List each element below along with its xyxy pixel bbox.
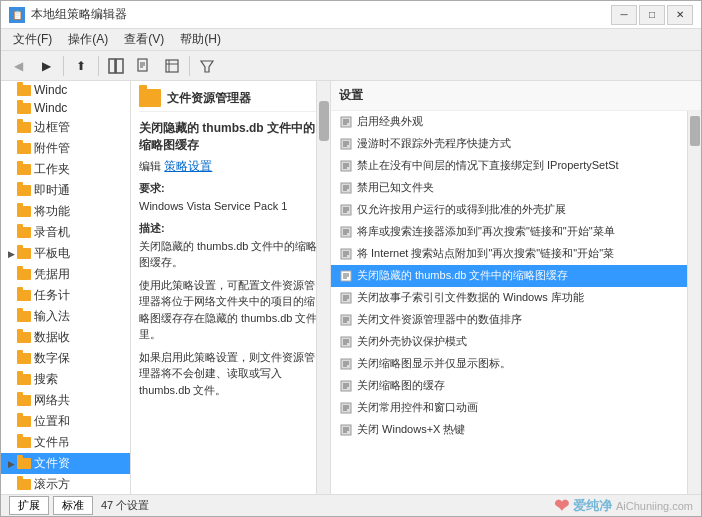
show-hide-button[interactable] — [103, 54, 129, 78]
tree-item-label: 平板电 — [34, 245, 70, 262]
forward-button[interactable]: ▶ — [33, 54, 59, 78]
back-button[interactable]: ◀ — [5, 54, 31, 78]
menu-help[interactable]: 帮助(H) — [172, 29, 229, 50]
settings-item-classic[interactable]: 启用经典外观 — [331, 111, 687, 133]
detail-policy-title: 关闭隐藏的 thumbs.db 文件中的缩略图缓存 — [139, 120, 322, 154]
tree-item-network[interactable]: 网络共 — [1, 390, 130, 411]
tree-item-scroll[interactable]: 滚示方 — [1, 474, 130, 494]
tree-item-windc2[interactable]: Windc — [1, 99, 130, 117]
tree-item-workfolder[interactable]: 工作夹 — [1, 159, 130, 180]
expand-icon — [5, 185, 17, 197]
expand-icon — [5, 437, 17, 449]
settings-scrollbar[interactable] — [687, 111, 701, 494]
folder-icon — [17, 416, 31, 427]
tree-item-filedrop[interactable]: 文件吊 — [1, 432, 130, 453]
detail-description-label: 描述: — [139, 221, 322, 236]
folder-icon — [17, 479, 31, 490]
tree-item-datacollect[interactable]: 数据收 — [1, 327, 130, 348]
detail-scrollbar[interactable] — [316, 81, 330, 494]
settings-item-thumbsdb[interactable]: 关闭隐藏的 thumbs.db 文件中的缩略图缓存 — [331, 265, 687, 287]
tree-item-addon[interactable]: 附件管 — [1, 138, 130, 159]
expand-icon: ▶ — [5, 458, 17, 470]
policy-icon-selected — [339, 269, 353, 283]
folder-icon — [17, 227, 31, 238]
settings-item-internet[interactable]: 将 Internet 搜索站点附加到"再次搜索"链接和"开始"菜 — [331, 243, 687, 265]
tree-item-fileexplorer[interactable]: ▶ 文件资 — [1, 453, 130, 474]
status-tabs: 扩展 标准 — [9, 496, 93, 515]
policy-icon — [339, 423, 353, 437]
tree-item-label: 输入法 — [34, 308, 70, 325]
settings-item-library[interactable]: 将库或搜索连接器添加到"再次搜索"链接和"开始"菜单 — [331, 221, 687, 243]
close-button[interactable]: ✕ — [667, 5, 693, 25]
expand-icon — [5, 374, 17, 386]
folder-icon — [17, 164, 31, 175]
tree-item-search[interactable]: 搜索 — [1, 369, 130, 390]
detail-requirements-text: Windows Vista Service Pack 1 — [139, 198, 322, 215]
folder-icon — [17, 458, 31, 469]
tree-item-location[interactable]: 位置和 — [1, 411, 130, 432]
main-window: 📋 本地组策略编辑器 ─ □ ✕ 文件(F) 操作(A) 查看(V) 帮助(H)… — [0, 0, 702, 517]
properties-icon — [164, 58, 180, 74]
settings-item-label: 关闭 Windows+X 热键 — [357, 422, 466, 437]
settings-item-roaming[interactable]: 漫游时不跟踪外壳程序快捷方式 — [331, 133, 687, 155]
filter-button[interactable] — [194, 54, 220, 78]
main-content: Windc Windc 边框管 附件管 工作夹 — [1, 81, 701, 494]
tree-item-label: 数字保 — [34, 350, 70, 367]
policy-icon — [339, 225, 353, 239]
tree-item-windc1[interactable]: Windc — [1, 81, 130, 99]
toolbar: ◀ ▶ ⬆ — [1, 51, 701, 81]
tree-item-input[interactable]: 输入法 — [1, 306, 130, 327]
file-btn[interactable] — [131, 54, 157, 78]
panel-icon — [108, 58, 124, 74]
settings-item-knownfolder[interactable]: 禁用已知文件夹 — [331, 177, 687, 199]
tree-item-border[interactable]: 边框管 — [1, 117, 130, 138]
tree-item-func[interactable]: 将功能 — [1, 201, 130, 222]
tree-item-credential[interactable]: 凭据用 — [1, 264, 130, 285]
tree-item-tablet[interactable]: ▶ 平板电 — [1, 243, 130, 264]
tree-item-instant[interactable]: 即时通 — [1, 180, 130, 201]
folder-icon — [17, 311, 31, 322]
tab-expand[interactable]: 扩展 — [9, 496, 49, 515]
expand-icon — [5, 269, 17, 281]
minimize-button[interactable]: ─ — [611, 5, 637, 25]
settings-item-numsort[interactable]: 关闭文件资源管理器中的数值排序 — [331, 309, 687, 331]
expand-icon — [5, 332, 17, 344]
folder-icon — [17, 332, 31, 343]
settings-item-thumbnailonly[interactable]: 关闭缩略图显示并仅显示图标。 — [331, 353, 687, 375]
menu-action[interactable]: 操作(A) — [60, 29, 116, 50]
properties-btn[interactable] — [159, 54, 185, 78]
settings-item-shellext[interactable]: 仅允许按用户运行的或得到批准的外壳扩展 — [331, 199, 687, 221]
tab-standard[interactable]: 标准 — [53, 496, 93, 515]
folder-icon — [17, 248, 31, 259]
settings-item-winx[interactable]: 关闭 Windows+X 热键 — [331, 419, 687, 441]
settings-item-label: 关闭常用控件和窗口动画 — [357, 400, 478, 415]
svg-rect-0 — [109, 59, 115, 73]
tree-item-label: 即时通 — [34, 182, 70, 199]
settings-list: 启用经典外观 漫游时不跟踪外壳程序快捷方式 禁止在没有中间层的情况下直接绑定到 … — [331, 111, 687, 494]
tree-item-label: 将功能 — [34, 203, 70, 220]
menu-file[interactable]: 文件(F) — [5, 29, 60, 50]
window-controls: ─ □ ✕ — [611, 5, 693, 25]
toolbar-separator-1 — [63, 56, 64, 76]
folder-icon — [17, 437, 31, 448]
up-button[interactable]: ⬆ — [68, 54, 94, 78]
settings-item-shellprotect[interactable]: 关闭外壳协议保护模式 — [331, 331, 687, 353]
menu-view[interactable]: 查看(V) — [116, 29, 172, 50]
settings-item-thumbcache[interactable]: 关闭缩略图的缓存 — [331, 375, 687, 397]
settings-item-nobind[interactable]: 禁止在没有中间层的情况下直接绑定到 IPropertySetSt — [331, 155, 687, 177]
settings-item-animation[interactable]: 关闭常用控件和窗口动画 — [331, 397, 687, 419]
tree-item-digital[interactable]: 数字保 — [1, 348, 130, 369]
tree-item-label: 附件管 — [34, 140, 70, 157]
settings-item-storyindex[interactable]: 关闭故事子索引引文件数据的 Windows 库功能 — [331, 287, 687, 309]
settings-scroll-wrapper: 启用经典外观 漫游时不跟踪外壳程序快捷方式 禁止在没有中间层的情况下直接绑定到 … — [331, 111, 701, 494]
folder-icon — [17, 269, 31, 280]
maximize-button[interactable]: □ — [639, 5, 665, 25]
tree-item-recorder[interactable]: 录音机 — [1, 222, 130, 243]
tree-item-task[interactable]: 任务计 — [1, 285, 130, 306]
settings-item-label: 启用经典外观 — [357, 114, 423, 129]
tree-item-label: 边框管 — [34, 119, 70, 136]
expand-icon — [5, 416, 17, 428]
detail-edit-link[interactable]: 策略设置 — [164, 159, 212, 173]
policy-icon — [339, 159, 353, 173]
status-bar: 扩展 标准 47 个设置 ❤ 爱纯净 AiChuniing.com — [1, 494, 701, 516]
